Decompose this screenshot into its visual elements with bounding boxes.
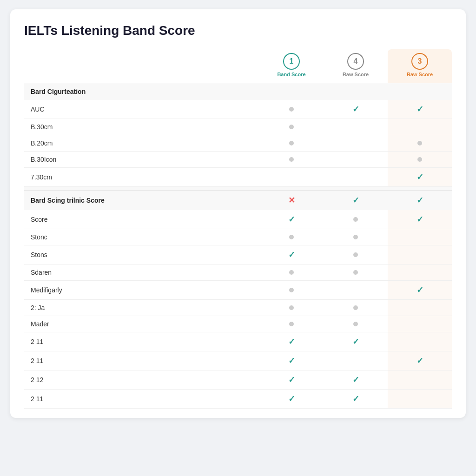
section1-header: Bard Clgurteation (24, 83, 452, 100)
feature-col2: ✓ (324, 332, 388, 351)
feature-col3: ✓ (388, 281, 452, 300)
feature-col2 (324, 152, 388, 168)
table-row: AUC ✓ ✓ (24, 100, 452, 119)
feature-name: AUC (24, 100, 259, 119)
table-row: 2: Ja (24, 300, 452, 316)
section1-col3 (388, 83, 452, 100)
feature-col3 (388, 370, 452, 390)
comparison-table: 1 Band Score 4 Raw Score (24, 49, 452, 409)
feature-col1 (259, 100, 324, 119)
main-card: IELTs Listening Band Score 1 Band Score (10, 9, 466, 418)
feature-col1 (259, 264, 324, 281)
feature-col2 (324, 168, 388, 187)
feature-col1: ✓ (259, 245, 324, 264)
table-row: Sdaren (24, 264, 452, 281)
feature-col1: ✓ (259, 370, 324, 390)
feature-name: B.30Icon (24, 152, 259, 168)
section2-icon-col2: ✓ (324, 191, 388, 211)
section1-title: Bard Clgurteation (24, 83, 259, 100)
plan-badge-3: 3 Raw Score (407, 53, 433, 77)
section2-title: Bard Scing trilnic Score (24, 191, 259, 211)
feature-col2 (324, 119, 388, 135)
badge-label-3: Raw Score (407, 72, 433, 77)
feature-col-header (24, 49, 259, 83)
feature-col2 (324, 300, 388, 316)
feature-col2 (324, 281, 388, 300)
feature-name: 7.30cm (24, 168, 259, 187)
feature-col1 (259, 316, 324, 332)
feature-col1 (259, 168, 324, 187)
section1-col1 (259, 83, 324, 100)
table-row: 2‌ 11 ✓ ✓ (24, 390, 452, 409)
feature-col3 (388, 264, 452, 281)
feature-name: Mader (24, 316, 259, 332)
feature-col2 (324, 264, 388, 281)
feature-col1: ✓ (259, 332, 324, 351)
table-row: Medifigarly ✓ (24, 281, 452, 300)
table-row: 7.30cm ✓ (24, 168, 452, 187)
feature-col3 (388, 229, 452, 245)
feature-name: B.30cm (24, 119, 259, 135)
feature-col3 (388, 316, 452, 332)
badge-circle-1: 1 (283, 53, 300, 70)
feature-name: 2: Ja (24, 300, 259, 316)
feature-name: 2‌ 11 (24, 390, 259, 409)
feature-col2 (324, 229, 388, 245)
feature-col2 (324, 245, 388, 264)
plan-header-col3: 3 Raw Score (388, 49, 452, 83)
table-header-row: 1 Band Score 4 Raw Score (24, 49, 452, 83)
feature-col3 (388, 119, 452, 135)
feature-col1 (259, 135, 324, 152)
table-row: Score ✓ ✓ (24, 210, 452, 229)
feature-col1: ✓ (259, 390, 324, 409)
table-row: 2‌ 11 ✓ ✓ (24, 351, 452, 370)
feature-col2: ✓ (324, 390, 388, 409)
feature-col3: ✓ (388, 351, 452, 370)
feature-name: Stonc (24, 229, 259, 245)
feature-name: 2‌ 11 (24, 332, 259, 351)
feature-col1: ✓ (259, 351, 324, 370)
table-row: B.30cm (24, 119, 452, 135)
feature-col3 (388, 390, 452, 409)
table-row: B.20cm (24, 135, 452, 152)
feature-col1 (259, 281, 324, 300)
badge-label-1: Band Score (277, 72, 305, 77)
feature-name: Stons (24, 245, 259, 264)
table-body: Bard Clgurteation AUC ✓ ✓ B.30cm B.20cm … (24, 83, 452, 409)
table-row: Stonc (24, 229, 452, 245)
feature-name: B.20cm (24, 135, 259, 152)
badge-circle-3: 3 (411, 53, 428, 70)
feature-col2 (324, 210, 388, 229)
feature-col2: ✓ (324, 370, 388, 390)
feature-col1 (259, 229, 324, 245)
feature-col2 (324, 316, 388, 332)
table-row: Stons ✓ (24, 245, 452, 264)
feature-col1 (259, 119, 324, 135)
page-title: IELTs Listening Band Score (24, 23, 452, 38)
feature-col3 (388, 152, 452, 168)
feature-col2: ✓ (324, 100, 388, 119)
table-row: 2‌ 12 ✓ ✓ (24, 370, 452, 390)
feature-name: 2‌ 12 (24, 370, 259, 390)
table-row: 2‌ 11 ✓ ✓ (24, 332, 452, 351)
feature-col3: ✓ (388, 168, 452, 187)
feature-name: 2‌ 11 (24, 351, 259, 370)
badge-label-2: Raw Score (343, 72, 369, 77)
plan-badge-1: 1 Band Score (277, 53, 305, 77)
section1-col2 (324, 83, 388, 100)
feature-col2 (324, 351, 388, 370)
feature-col3: ✓ (388, 100, 452, 119)
feature-col1 (259, 300, 324, 316)
feature-col3 (388, 300, 452, 316)
plan-header-col1: 1 Band Score (259, 49, 324, 83)
feature-col1 (259, 152, 324, 168)
feature-col3 (388, 135, 452, 152)
plan-badge-2: 4 Raw Score (343, 53, 369, 77)
plan-header-col2: 4 Raw Score (324, 49, 388, 83)
feature-col2 (324, 135, 388, 152)
feature-name: Sdaren (24, 264, 259, 281)
section2-header: Bard Scing trilnic Score ✕ ✓ ✓ (24, 191, 452, 211)
table-row: Mader (24, 316, 452, 332)
badge-circle-2: 4 (347, 53, 364, 70)
feature-col3 (388, 245, 452, 264)
